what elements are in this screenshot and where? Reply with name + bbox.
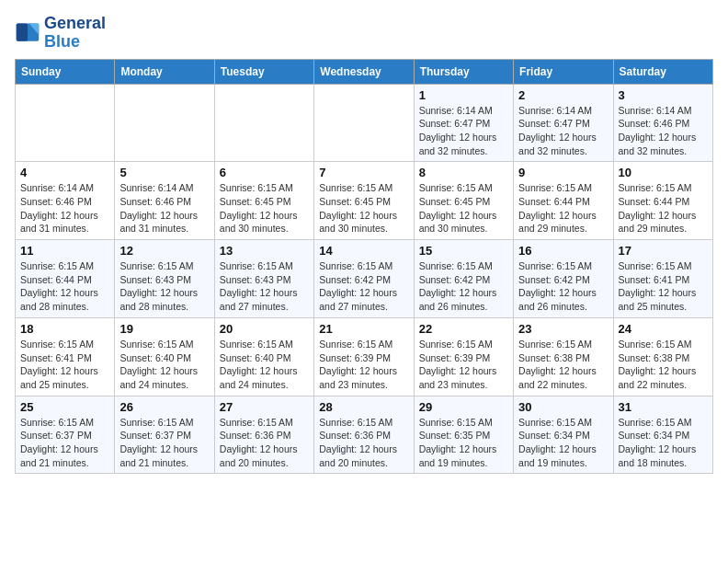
day-number: 17 [619,244,708,258]
calendar-cell: 24Sunrise: 6:15 AM Sunset: 6:38 PM Dayli… [613,317,712,396]
calendar-cell: 29Sunrise: 6:15 AM Sunset: 6:35 PM Dayli… [414,396,513,474]
calendar-cell: 13Sunrise: 6:15 AM Sunset: 6:43 PM Dayli… [214,240,313,318]
day-number: 22 [419,322,508,336]
calendar-cell: 14Sunrise: 6:15 AM Sunset: 6:42 PM Dayli… [314,240,414,318]
day-info: Sunrise: 6:15 AM Sunset: 6:37 PM Dayligh… [20,416,109,470]
header-monday: Monday [115,59,214,84]
calendar-header-row: SundayMondayTuesdayWednesdayThursdayFrid… [16,59,713,84]
calendar-cell: 18Sunrise: 6:15 AM Sunset: 6:41 PM Dayli… [16,317,115,396]
calendar-cell: 20Sunrise: 6:15 AM Sunset: 6:40 PM Dayli… [214,317,313,396]
day-number: 6 [220,166,309,179]
day-number: 26 [119,400,209,414]
calendar-cell: 6Sunrise: 6:15 AM Sunset: 6:45 PM Daylig… [214,162,313,240]
calendar-cell: 11Sunrise: 6:15 AM Sunset: 6:44 PM Dayli… [16,240,115,318]
day-info: Sunrise: 6:15 AM Sunset: 6:45 PM Dayligh… [419,181,508,236]
day-number: 3 [619,88,708,102]
calendar-cell: 9Sunrise: 6:15 AM Sunset: 6:44 PM Daylig… [514,162,613,240]
day-info: Sunrise: 6:15 AM Sunset: 6:42 PM Dayligh… [518,259,608,314]
day-number: 14 [319,244,408,258]
calendar-cell: 3Sunrise: 6:14 AM Sunset: 6:46 PM Daylig… [613,84,712,162]
header-thursday: Thursday [414,59,513,84]
day-info: Sunrise: 6:15 AM Sunset: 6:44 PM Dayligh… [20,259,109,314]
calendar-table: SundayMondayTuesdayWednesdayThursdayFrid… [15,59,713,475]
day-info: Sunrise: 6:15 AM Sunset: 6:40 PM Dayligh… [220,338,309,392]
calendar-cell: 19Sunrise: 6:15 AM Sunset: 6:40 PM Dayli… [115,317,214,396]
calendar-cell: 2Sunrise: 6:14 AM Sunset: 6:47 PM Daylig… [514,84,613,162]
day-info: Sunrise: 6:15 AM Sunset: 6:42 PM Dayligh… [319,259,408,314]
day-info: Sunrise: 6:15 AM Sunset: 6:37 PM Dayligh… [119,416,209,470]
calendar-week-row: 11Sunrise: 6:15 AM Sunset: 6:44 PM Dayli… [16,240,713,318]
day-number: 1 [419,88,508,102]
day-number: 16 [518,244,608,258]
header-tuesday: Tuesday [214,59,313,84]
day-info: Sunrise: 6:15 AM Sunset: 6:41 PM Dayligh… [20,338,109,392]
calendar-cell: 1Sunrise: 6:14 AM Sunset: 6:47 PM Daylig… [414,84,513,162]
day-number: 11 [20,244,109,258]
day-info: Sunrise: 6:15 AM Sunset: 6:34 PM Dayligh… [518,416,608,470]
day-info: Sunrise: 6:15 AM Sunset: 6:36 PM Dayligh… [319,416,408,470]
day-number: 18 [20,322,109,336]
day-number: 19 [119,322,209,336]
day-info: Sunrise: 6:15 AM Sunset: 6:39 PM Dayligh… [319,338,408,392]
calendar-cell: 23Sunrise: 6:15 AM Sunset: 6:38 PM Dayli… [514,317,613,396]
day-number: 23 [518,322,608,336]
header-wednesday: Wednesday [314,59,414,84]
day-info: Sunrise: 6:15 AM Sunset: 6:38 PM Dayligh… [518,338,608,392]
calendar-cell: 17Sunrise: 6:15 AM Sunset: 6:41 PM Dayli… [613,240,712,318]
day-number: 21 [319,322,408,336]
day-info: Sunrise: 6:15 AM Sunset: 6:44 PM Dayligh… [619,181,708,236]
day-info: Sunrise: 6:14 AM Sunset: 6:46 PM Dayligh… [20,181,109,236]
calendar-cell: 26Sunrise: 6:15 AM Sunset: 6:37 PM Dayli… [115,396,214,474]
day-info: Sunrise: 6:14 AM Sunset: 6:47 PM Dayligh… [419,104,508,158]
day-info: Sunrise: 6:15 AM Sunset: 6:43 PM Dayligh… [220,259,309,314]
day-number: 2 [518,88,608,102]
day-info: Sunrise: 6:15 AM Sunset: 6:34 PM Dayligh… [619,416,708,470]
calendar-cell: 5Sunrise: 6:14 AM Sunset: 6:46 PM Daylig… [115,162,214,240]
calendar-cell: 28Sunrise: 6:15 AM Sunset: 6:36 PM Dayli… [314,396,414,474]
day-info: Sunrise: 6:14 AM Sunset: 6:46 PM Dayligh… [619,104,708,158]
day-info: Sunrise: 6:15 AM Sunset: 6:36 PM Dayligh… [220,416,309,470]
calendar-cell [214,84,313,162]
header-sunday: Sunday [16,59,115,84]
day-number: 24 [619,322,708,336]
calendar-cell: 27Sunrise: 6:15 AM Sunset: 6:36 PM Dayli… [214,396,313,474]
day-info: Sunrise: 6:15 AM Sunset: 6:45 PM Dayligh… [220,181,309,236]
calendar-cell: 16Sunrise: 6:15 AM Sunset: 6:42 PM Dayli… [514,240,613,318]
calendar-cell: 10Sunrise: 6:15 AM Sunset: 6:44 PM Dayli… [613,162,712,240]
day-number: 5 [119,166,209,179]
calendar-cell: 7Sunrise: 6:15 AM Sunset: 6:45 PM Daylig… [314,162,414,240]
day-number: 9 [518,166,608,179]
day-number: 27 [220,400,309,414]
calendar-week-row: 4Sunrise: 6:14 AM Sunset: 6:46 PM Daylig… [16,162,713,240]
day-number: 4 [20,166,109,179]
day-number: 20 [220,322,309,336]
day-info: Sunrise: 6:15 AM Sunset: 6:44 PM Dayligh… [518,181,608,236]
calendar-cell: 21Sunrise: 6:15 AM Sunset: 6:39 PM Dayli… [314,317,414,396]
day-number: 7 [319,166,408,179]
calendar-cell [314,84,414,162]
calendar-cell: 4Sunrise: 6:14 AM Sunset: 6:46 PM Daylig… [16,162,115,240]
calendar-week-row: 1Sunrise: 6:14 AM Sunset: 6:47 PM Daylig… [16,84,713,162]
day-info: Sunrise: 6:15 AM Sunset: 6:39 PM Dayligh… [419,338,508,392]
calendar-week-row: 25Sunrise: 6:15 AM Sunset: 6:37 PM Dayli… [16,396,713,474]
day-number: 8 [419,166,508,179]
calendar-cell: 15Sunrise: 6:15 AM Sunset: 6:42 PM Dayli… [414,240,513,318]
day-info: Sunrise: 6:15 AM Sunset: 6:43 PM Dayligh… [119,259,209,314]
page-header: General Blue [15,15,713,52]
day-info: Sunrise: 6:15 AM Sunset: 6:41 PM Dayligh… [619,259,708,314]
logo: General Blue [15,15,106,52]
logo-text: General Blue [44,15,106,52]
svg-rect-1 [17,23,28,40]
day-number: 25 [20,400,109,414]
day-number: 15 [419,244,508,258]
day-number: 29 [419,400,508,414]
calendar-cell [16,84,115,162]
logo-icon [15,20,40,46]
header-friday: Friday [514,59,613,84]
day-info: Sunrise: 6:15 AM Sunset: 6:35 PM Dayligh… [419,416,508,470]
calendar-cell: 12Sunrise: 6:15 AM Sunset: 6:43 PM Dayli… [115,240,214,318]
header-saturday: Saturday [613,59,712,84]
day-info: Sunrise: 6:15 AM Sunset: 6:45 PM Dayligh… [319,181,408,236]
day-number: 28 [319,400,408,414]
day-number: 30 [518,400,608,414]
